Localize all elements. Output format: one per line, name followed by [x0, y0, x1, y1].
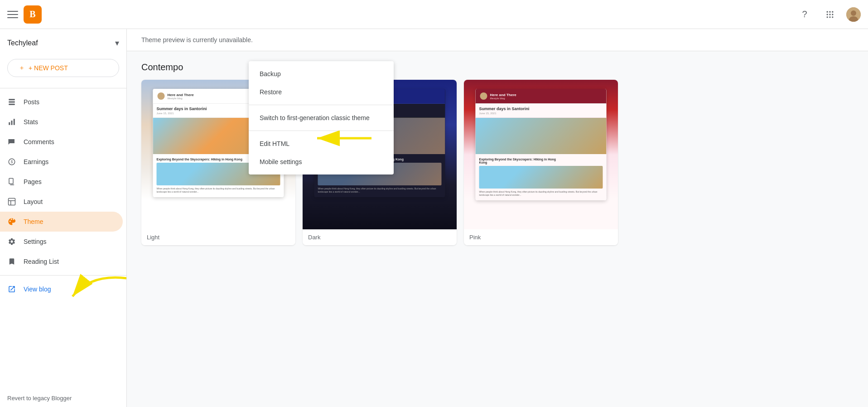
svg-rect-20 [9, 179, 13, 184]
mini-content-pink: Exploring Beyond the Skyscrapers: Hiking… [476, 154, 607, 200]
mini-post-title-pink: Exploring Beyond the Skyscrapers: Hiking… [479, 158, 603, 164]
settings-label: Settings [24, 238, 47, 245]
posts-label: Posts [24, 98, 39, 106]
svg-rect-21 [10, 184, 14, 185]
mobile-settings-label: Mobile settings [260, 158, 302, 165]
svg-point-4 [829, 14, 830, 15]
pages-label: Pages [24, 178, 42, 185]
sidebar-item-stats[interactable]: Stats [0, 112, 123, 132]
svg-point-5 [832, 14, 833, 15]
theme-preview-text: Theme preview is currently unavailable. [141, 36, 253, 44]
main-content: Theme preview is currently unavailable. … [127, 29, 868, 407]
layout-label: Layout [24, 198, 43, 205]
theme-icon [7, 217, 16, 226]
avatar[interactable] [846, 7, 861, 22]
pages-icon [7, 177, 16, 186]
blogger-logo: B [24, 5, 42, 24]
dropdown-menu: Backup Restore Switch to first-generatio… [249, 61, 394, 174]
svg-point-7 [829, 16, 830, 18]
mini-avatar-pink [480, 92, 487, 100]
switch-classic-label: Switch to first-generation classic theme [260, 114, 370, 121]
new-post-label: + NEW POST [29, 64, 68, 72]
new-post-button[interactable]: ＋ + NEW POST [7, 59, 119, 77]
blog-selector[interactable]: Techyleaf ▾ [0, 29, 126, 55]
svg-rect-17 [14, 119, 15, 125]
header-right: ? [796, 5, 861, 24]
sidebar-item-posts[interactable]: Posts [0, 92, 123, 112]
posts-icon [7, 97, 16, 107]
dropdown-item-restore[interactable]: Restore [249, 83, 394, 101]
svg-point-3 [827, 14, 828, 15]
view-blog-label: View blog [24, 286, 51, 293]
theme-thumbnail-pink: Here and There lifestyle blog Summer day… [464, 80, 618, 229]
blog-name: Techyleaf [7, 39, 38, 47]
hamburger-menu[interactable] [7, 9, 18, 20]
svg-point-6 [827, 16, 828, 18]
svg-text:$: $ [11, 160, 13, 164]
sidebar-item-view-blog[interactable]: View blog [0, 279, 123, 299]
header: B ? [0, 0, 868, 29]
mini-blog-title-pink: Here and There [490, 93, 516, 97]
help-icon[interactable]: ? [796, 5, 814, 24]
themes-grid: Here and There lifestyle blog Summer day… [141, 80, 854, 245]
plus-icon: ＋ [19, 64, 25, 72]
logo-letter: B [29, 9, 35, 19]
revert-legacy-link[interactable]: Revert to legacy Blogger [0, 389, 126, 407]
comments-label: Comments [24, 138, 54, 145]
mini-hero-pink [476, 118, 607, 154]
sidebar-item-layout[interactable]: Layout [0, 192, 123, 212]
chevron-down-icon: ▾ [115, 38, 119, 48]
header-left: B [7, 5, 796, 24]
svg-point-2 [832, 11, 833, 12]
reading-list-icon [7, 257, 16, 266]
sidebar-item-earnings[interactable]: $ Earnings [0, 152, 123, 172]
sidebar: Techyleaf ▾ ＋ + NEW POST Posts Stats [0, 29, 127, 407]
svg-rect-15 [9, 122, 10, 125]
dropdown-item-switch-classic[interactable]: Switch to first-generation classic theme [249, 109, 394, 127]
sidebar-item-reading-list[interactable]: Reading List [0, 252, 123, 271]
themes-section: Contempo Here and There lifestyle blog [127, 51, 868, 256]
dropdown-item-edit-html[interactable]: Edit HTML [249, 135, 394, 153]
sidebar-item-comments[interactable]: Comments [0, 132, 123, 152]
theme-name-dark: Dark [303, 229, 457, 245]
mini-blog-subtitle-pink: lifestyle blog [490, 97, 516, 100]
nav-divider-bottom [0, 275, 126, 276]
sidebar-item-settings[interactable]: Settings [0, 232, 123, 252]
svg-point-0 [827, 11, 828, 12]
svg-rect-14 [9, 104, 15, 105]
mini-post-text-dark: When people think about Hong Kong, they … [318, 187, 442, 194]
svg-rect-22 [9, 199, 15, 205]
earnings-label: Earnings [24, 158, 48, 165]
mini-post-text-pink: When people think about Hong Kong, they … [479, 190, 603, 197]
mini-blog-subtitle-light: lifestyle blog [168, 97, 194, 100]
settings-icon [7, 237, 16, 246]
theme-card-pink[interactable]: Here and There lifestyle blog Summer day… [464, 80, 618, 245]
svg-rect-16 [11, 121, 13, 125]
stats-label: Stats [24, 118, 38, 126]
theme-preview-bar: Theme preview is currently unavailable. [127, 29, 868, 51]
sidebar-item-theme[interactable]: Theme [0, 212, 123, 232]
backup-label: Backup [260, 70, 281, 78]
theme-label: Theme [24, 218, 43, 225]
app-layout: Techyleaf ▾ ＋ + NEW POST Posts Stats [0, 29, 868, 407]
earnings-icon: $ [7, 157, 16, 166]
svg-rect-12 [9, 99, 15, 100]
mini-header-pink: Here and There lifestyle blog [476, 89, 607, 104]
sidebar-item-pages[interactable]: Pages [0, 172, 123, 192]
mini-post-img-pink [479, 166, 603, 189]
external-link-icon [7, 285, 16, 294]
dropdown-divider-2 [249, 131, 394, 131]
mini-blog-title-light: Here and There [168, 93, 194, 97]
dropdown-divider-1 [249, 105, 394, 105]
dropdown-item-backup[interactable]: Backup [249, 65, 394, 83]
theme-name-pink: Pink [464, 229, 618, 245]
dropdown-item-mobile-settings[interactable]: Mobile settings [249, 153, 394, 171]
reading-list-label: Reading List [24, 258, 59, 265]
apps-grid-icon[interactable] [821, 5, 839, 24]
restore-label: Restore [260, 88, 282, 96]
section-title: Contempo [141, 62, 854, 73]
mini-blog-pink: Here and There lifestyle blog Summer day… [476, 89, 607, 200]
comments-icon [7, 137, 16, 146]
svg-rect-13 [9, 102, 15, 103]
svg-point-8 [832, 16, 833, 18]
